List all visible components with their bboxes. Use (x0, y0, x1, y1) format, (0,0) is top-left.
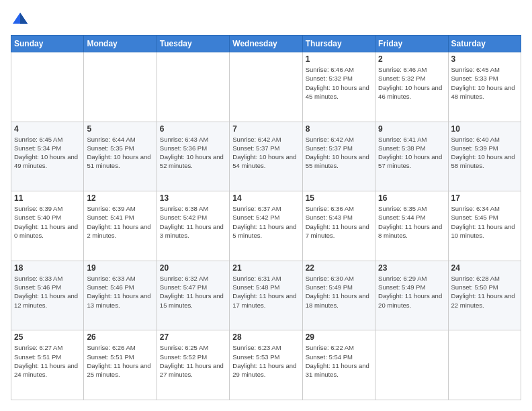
calendar-cell: 16Sunrise: 6:35 AM Sunset: 5:44 PM Dayli… (375, 191, 448, 261)
weekday-header: Tuesday (157, 36, 229, 52)
day-info: Sunrise: 6:22 AM Sunset: 5:54 PM Dayligh… (306, 343, 372, 379)
day-info: Sunrise: 6:33 AM Sunset: 5:46 PM Dayligh… (14, 274, 81, 310)
weekday-header: Saturday (448, 36, 521, 52)
day-number: 14 (232, 193, 299, 203)
day-number: 1 (306, 54, 372, 64)
day-number: 26 (87, 332, 153, 342)
day-info: Sunrise: 6:45 AM Sunset: 5:34 PM Dayligh… (14, 135, 81, 171)
day-number: 20 (160, 263, 226, 273)
calendar-cell: 11Sunrise: 6:39 AM Sunset: 5:40 PM Dayli… (11, 191, 84, 261)
calendar-cell: 1Sunrise: 6:46 AM Sunset: 5:32 PM Daylig… (302, 52, 375, 122)
day-info: Sunrise: 6:44 AM Sunset: 5:35 PM Dayligh… (87, 135, 153, 171)
calendar-week: 1Sunrise: 6:46 AM Sunset: 5:32 PM Daylig… (11, 52, 521, 122)
calendar-cell: 3Sunrise: 6:45 AM Sunset: 5:33 PM Daylig… (448, 52, 521, 122)
day-info: Sunrise: 6:40 AM Sunset: 5:39 PM Dayligh… (451, 135, 518, 171)
day-number: 2 (378, 54, 445, 64)
day-info: Sunrise: 6:27 AM Sunset: 5:51 PM Dayligh… (14, 343, 81, 379)
day-number: 23 (378, 263, 445, 273)
day-info: Sunrise: 6:25 AM Sunset: 5:52 PM Dayligh… (160, 343, 226, 379)
day-number: 24 (451, 263, 518, 273)
weekday-header: Thursday (302, 36, 375, 52)
day-number: 21 (232, 263, 299, 273)
day-info: Sunrise: 6:31 AM Sunset: 5:48 PM Dayligh… (232, 274, 299, 310)
calendar-cell: 9Sunrise: 6:41 AM Sunset: 5:38 PM Daylig… (375, 122, 448, 191)
page: SundayMondayTuesdayWednesdayThursdayFrid… (0, 0, 532, 411)
calendar-cell (11, 52, 84, 122)
day-info: Sunrise: 6:42 AM Sunset: 5:37 PM Dayligh… (232, 135, 299, 171)
svg-marker-1 (20, 13, 28, 24)
day-info: Sunrise: 6:29 AM Sunset: 5:49 PM Dayligh… (378, 274, 445, 310)
day-number: 10 (451, 124, 518, 134)
day-number: 16 (378, 193, 445, 203)
day-info: Sunrise: 6:33 AM Sunset: 5:46 PM Dayligh… (87, 274, 153, 310)
calendar-cell: 13Sunrise: 6:38 AM Sunset: 5:42 PM Dayli… (157, 191, 229, 261)
calendar-cell: 24Sunrise: 6:28 AM Sunset: 5:50 PM Dayli… (448, 261, 521, 330)
logo (11, 11, 32, 30)
weekday-header: Friday (375, 36, 448, 52)
day-info: Sunrise: 6:42 AM Sunset: 5:37 PM Dayligh… (306, 135, 372, 171)
weekday-header: Sunday (11, 36, 84, 52)
day-number: 5 (87, 124, 153, 134)
calendar-header: SundayMondayTuesdayWednesdayThursdayFrid… (11, 36, 521, 52)
calendar: SundayMondayTuesdayWednesdayThursdayFrid… (11, 35, 521, 400)
day-number: 11 (14, 193, 81, 203)
day-number: 15 (306, 193, 372, 203)
calendar-cell: 14Sunrise: 6:37 AM Sunset: 5:42 PM Dayli… (230, 191, 302, 261)
calendar-cell (448, 330, 521, 400)
day-number: 9 (378, 124, 445, 134)
day-info: Sunrise: 6:36 AM Sunset: 5:43 PM Dayligh… (306, 204, 372, 240)
day-number: 3 (451, 54, 518, 64)
day-info: Sunrise: 6:46 AM Sunset: 5:32 PM Dayligh… (378, 65, 445, 101)
day-number: 8 (306, 124, 372, 134)
calendar-cell: 4Sunrise: 6:45 AM Sunset: 5:34 PM Daylig… (11, 122, 84, 191)
calendar-week: 4Sunrise: 6:45 AM Sunset: 5:34 PM Daylig… (11, 122, 521, 191)
header (11, 11, 521, 30)
day-number: 7 (232, 124, 299, 134)
day-number: 13 (160, 193, 226, 203)
calendar-cell: 19Sunrise: 6:33 AM Sunset: 5:46 PM Dayli… (84, 261, 157, 330)
calendar-week: 11Sunrise: 6:39 AM Sunset: 5:40 PM Dayli… (11, 191, 521, 261)
day-info: Sunrise: 6:38 AM Sunset: 5:42 PM Dayligh… (160, 204, 226, 240)
day-number: 18 (14, 263, 81, 273)
calendar-body: 1Sunrise: 6:46 AM Sunset: 5:32 PM Daylig… (11, 52, 521, 400)
calendar-cell: 29Sunrise: 6:22 AM Sunset: 5:54 PM Dayli… (302, 330, 375, 400)
calendar-cell: 28Sunrise: 6:23 AM Sunset: 5:53 PM Dayli… (230, 330, 302, 400)
calendar-cell: 26Sunrise: 6:26 AM Sunset: 5:51 PM Dayli… (84, 330, 157, 400)
day-info: Sunrise: 6:26 AM Sunset: 5:51 PM Dayligh… (87, 343, 153, 379)
day-info: Sunrise: 6:23 AM Sunset: 5:53 PM Dayligh… (232, 343, 299, 379)
calendar-cell: 21Sunrise: 6:31 AM Sunset: 5:48 PM Dayli… (230, 261, 302, 330)
day-number: 19 (87, 263, 153, 273)
calendar-cell: 12Sunrise: 6:39 AM Sunset: 5:41 PM Dayli… (84, 191, 157, 261)
day-info: Sunrise: 6:34 AM Sunset: 5:45 PM Dayligh… (451, 204, 518, 240)
calendar-cell (84, 52, 157, 122)
day-info: Sunrise: 6:43 AM Sunset: 5:36 PM Dayligh… (160, 135, 226, 171)
calendar-cell (375, 330, 448, 400)
calendar-cell: 7Sunrise: 6:42 AM Sunset: 5:37 PM Daylig… (230, 122, 302, 191)
calendar-cell: 8Sunrise: 6:42 AM Sunset: 5:37 PM Daylig… (302, 122, 375, 191)
calendar-cell: 20Sunrise: 6:32 AM Sunset: 5:47 PM Dayli… (157, 261, 229, 330)
day-number: 25 (14, 332, 81, 342)
calendar-cell: 2Sunrise: 6:46 AM Sunset: 5:32 PM Daylig… (375, 52, 448, 122)
calendar-cell: 23Sunrise: 6:29 AM Sunset: 5:49 PM Dayli… (375, 261, 448, 330)
calendar-cell: 15Sunrise: 6:36 AM Sunset: 5:43 PM Dayli… (302, 191, 375, 261)
day-number: 4 (14, 124, 81, 134)
calendar-cell (230, 52, 302, 122)
day-number: 28 (232, 332, 299, 342)
day-number: 22 (306, 263, 372, 273)
weekday-row: SundayMondayTuesdayWednesdayThursdayFrid… (11, 36, 521, 52)
day-number: 29 (306, 332, 372, 342)
calendar-cell: 10Sunrise: 6:40 AM Sunset: 5:39 PM Dayli… (448, 122, 521, 191)
day-info: Sunrise: 6:41 AM Sunset: 5:38 PM Dayligh… (378, 135, 445, 171)
calendar-cell: 6Sunrise: 6:43 AM Sunset: 5:36 PM Daylig… (157, 122, 229, 191)
day-info: Sunrise: 6:39 AM Sunset: 5:40 PM Dayligh… (14, 204, 81, 240)
calendar-cell: 5Sunrise: 6:44 AM Sunset: 5:35 PM Daylig… (84, 122, 157, 191)
day-info: Sunrise: 6:30 AM Sunset: 5:49 PM Dayligh… (306, 274, 372, 310)
day-info: Sunrise: 6:46 AM Sunset: 5:32 PM Dayligh… (306, 65, 372, 101)
weekday-header: Wednesday (230, 36, 302, 52)
day-number: 27 (160, 332, 226, 342)
calendar-cell: 25Sunrise: 6:27 AM Sunset: 5:51 PM Dayli… (11, 330, 84, 400)
day-number: 17 (451, 193, 518, 203)
calendar-cell: 18Sunrise: 6:33 AM Sunset: 5:46 PM Dayli… (11, 261, 84, 330)
calendar-cell: 27Sunrise: 6:25 AM Sunset: 5:52 PM Dayli… (157, 330, 229, 400)
calendar-cell: 17Sunrise: 6:34 AM Sunset: 5:45 PM Dayli… (448, 191, 521, 261)
